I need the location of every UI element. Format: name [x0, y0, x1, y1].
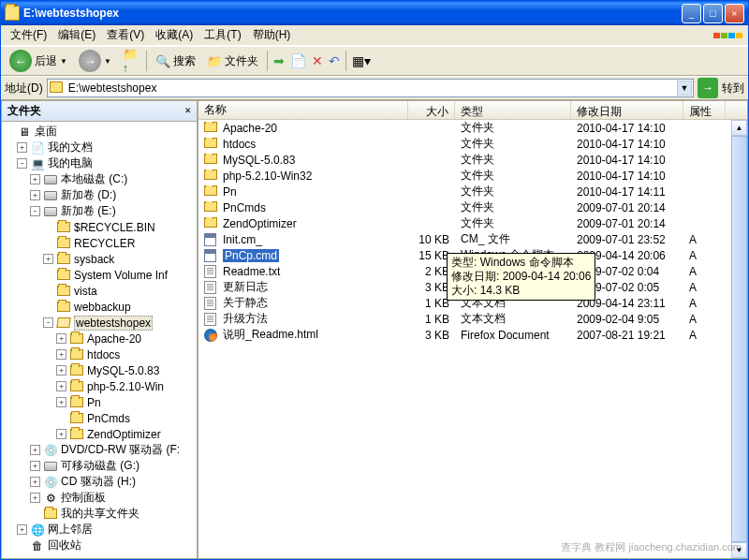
- file-row[interactable]: htdocs文件夹2010-04-17 14:10: [198, 136, 747, 152]
- address-input[interactable]: [47, 79, 694, 97]
- expand-toggle[interactable]: -: [30, 206, 40, 216]
- folders-button[interactable]: 📁 文件夹: [202, 50, 263, 72]
- tree-item[interactable]: System Volume Inf: [4, 267, 195, 283]
- file-row[interactable]: Readme.txt2 KB文本文档2009-07-02 0:04A: [198, 263, 747, 279]
- menu-help[interactable]: 帮助(H): [247, 25, 297, 45]
- minimize-button[interactable]: _: [682, 4, 701, 23]
- file-row[interactable]: PnCmds文件夹2009-07-01 20:14: [198, 199, 747, 215]
- expand-toggle[interactable]: +: [30, 477, 40, 487]
- tree-item[interactable]: +📄我的文档: [4, 140, 195, 155]
- views-button[interactable]: ▦▾: [350, 53, 373, 68]
- vertical-scrollbar[interactable]: ▲ ▼: [731, 120, 747, 558]
- tree-item[interactable]: -新加卷 (E:): [4, 203, 195, 219]
- expand-toggle[interactable]: +: [56, 397, 66, 407]
- menu-view[interactable]: 查看(V): [101, 25, 150, 45]
- expand-toggle[interactable]: +: [43, 254, 53, 264]
- menu-tools[interactable]: 工具(T): [198, 25, 246, 45]
- tree-item[interactable]: PnCmds: [4, 410, 195, 426]
- tree-item-label: Apache-20: [87, 332, 141, 346]
- file-row[interactable]: ZendOptimizer文件夹2009-07-01 20:14: [198, 215, 747, 231]
- titlebar[interactable]: E:\webtestshopex _ □ ×: [1, 1, 748, 25]
- scroll-up-button[interactable]: ▲: [731, 120, 747, 136]
- expand-toggle[interactable]: +: [30, 190, 40, 200]
- expand-toggle[interactable]: -: [17, 158, 27, 169]
- back-button[interactable]: ← 后退 ▼: [5, 50, 72, 72]
- expand-toggle[interactable]: +: [56, 365, 66, 376]
- tree-item[interactable]: +⚙控制面板: [4, 490, 195, 506]
- go-button[interactable]: →: [698, 78, 718, 98]
- tree-item[interactable]: 🖥桌面: [4, 124, 195, 140]
- tree-item[interactable]: -webtestshopex: [4, 315, 195, 331]
- tree-item[interactable]: +MySQL-5.0.83: [4, 362, 195, 378]
- menu-file[interactable]: 文件(F): [5, 25, 52, 45]
- cell-type: 文件夹: [455, 120, 571, 136]
- tree-item[interactable]: +💿DVD/CD-RW 驱动器 (F:: [4, 442, 195, 458]
- file-row[interactable]: PnCp.cmd15 KBWindows 命令脚本2009-04-14 20:0…: [198, 247, 747, 263]
- stop-icon[interactable]: 📄: [288, 53, 308, 68]
- tree-item[interactable]: +本地磁盘 (C:): [4, 171, 195, 187]
- sidebar-close-button[interactable]: ×: [184, 104, 191, 118]
- tree-item[interactable]: +🌐网上邻居: [4, 522, 195, 538]
- scroll-thumb[interactable]: [731, 136, 747, 542]
- tree-item[interactable]: +新加卷 (D:): [4, 187, 195, 203]
- expand-toggle[interactable]: -: [43, 317, 53, 328]
- tree-item[interactable]: RECYCLER: [4, 235, 195, 251]
- file-row[interactable]: 说明_Readme.html3 KBFirefox Document2007-0…: [198, 327, 747, 343]
- file-row[interactable]: Apache-20文件夹2010-04-17 14:10: [198, 120, 747, 136]
- tree-item[interactable]: +💿CD 驱动器 (H:): [4, 474, 195, 490]
- tree-item[interactable]: vista: [4, 283, 195, 299]
- file-row[interactable]: 关于静态1 KB文本文档2009-04-14 23:11A: [198, 295, 747, 311]
- expand-toggle[interactable]: +: [17, 524, 27, 535]
- file-row[interactable]: Init.cm_10 KBCM_ 文件2009-07-01 23:52A: [198, 231, 747, 247]
- expand-toggle[interactable]: +: [30, 174, 40, 184]
- address-dropdown[interactable]: ▼: [677, 81, 692, 96]
- expand-toggle[interactable]: +: [56, 429, 66, 439]
- file-row[interactable]: MySQL-5.0.83文件夹2010-04-17 14:10: [198, 152, 747, 168]
- file-row[interactable]: 更新日志3 KB文本文档2009-07-02 0:05A: [198, 279, 747, 295]
- col-type[interactable]: 类型: [455, 101, 571, 119]
- undo-icon[interactable]: ↶: [327, 53, 342, 68]
- col-date[interactable]: 修改日期: [571, 101, 683, 119]
- cell-date: 2010-04-17 14:10: [571, 138, 683, 151]
- go-icon[interactable]: ➡: [272, 53, 286, 68]
- maximize-button[interactable]: □: [703, 4, 723, 23]
- folders-icon: 📁: [207, 53, 222, 68]
- file-row[interactable]: Pn文件夹2010-04-17 14:11: [198, 184, 747, 199]
- forward-button[interactable]: → ▼: [74, 50, 116, 72]
- file-list[interactable]: Apache-20文件夹2010-04-17 14:10htdocs文件夹201…: [198, 120, 747, 558]
- expand-toggle[interactable]: +: [56, 381, 66, 391]
- tree-item[interactable]: 🗑回收站: [4, 538, 195, 553]
- folder-tree[interactable]: 🖥桌面+📄我的文档-💻我的电脑+本地磁盘 (C:)+新加卷 (D:)-新加卷 (…: [2, 122, 197, 558]
- up-button[interactable]: 📁↑: [118, 50, 142, 72]
- expand-toggle[interactable]: +: [30, 445, 40, 455]
- expand-toggle[interactable]: +: [56, 349, 66, 360]
- tree-item[interactable]: 我的共享文件夹: [4, 506, 195, 522]
- tree-item[interactable]: webbackup: [4, 299, 195, 315]
- close-button[interactable]: ×: [725, 4, 744, 23]
- search-button[interactable]: 🔍 搜索: [151, 50, 200, 72]
- tree-item[interactable]: +php-5.2.10-Win: [4, 378, 195, 394]
- col-attr[interactable]: 属性: [683, 101, 726, 119]
- tree-item[interactable]: -💻我的电脑: [4, 155, 195, 171]
- expand-toggle[interactable]: +: [30, 461, 40, 471]
- menu-favorites[interactable]: 收藏(A): [150, 25, 198, 45]
- expand-toggle[interactable]: +: [17, 142, 27, 153]
- file-row[interactable]: 升级方法1 KB文本文档2009-02-04 9:05A: [198, 311, 747, 327]
- tree-item[interactable]: +Apache-20: [4, 331, 195, 346]
- expand-toggle[interactable]: +: [56, 333, 66, 344]
- col-name[interactable]: 名称: [198, 101, 408, 119]
- menu-edit[interactable]: 编辑(E): [52, 25, 101, 45]
- expand-toggle[interactable]: +: [30, 493, 40, 503]
- tree-item[interactable]: $RECYCLE.BIN: [4, 219, 195, 235]
- tree-item[interactable]: +ZendOptimizer: [4, 426, 195, 442]
- col-size[interactable]: 大小: [408, 101, 455, 119]
- delete-icon[interactable]: ✕: [310, 53, 325, 68]
- tree-item[interactable]: +Pn: [4, 394, 195, 410]
- desktop-icon: 🖥: [17, 125, 32, 139]
- tree-item[interactable]: +htdocs: [4, 346, 195, 362]
- tree-item[interactable]: +sysback: [4, 251, 195, 267]
- tree-item[interactable]: +可移动磁盘 (G:): [4, 458, 195, 474]
- file-row[interactable]: php-5.2.10-Win32文件夹2010-04-17 14:10: [198, 168, 747, 184]
- tree-item-label: 桌面: [35, 124, 57, 140]
- cell-name: PnCp.cmd: [198, 249, 408, 262]
